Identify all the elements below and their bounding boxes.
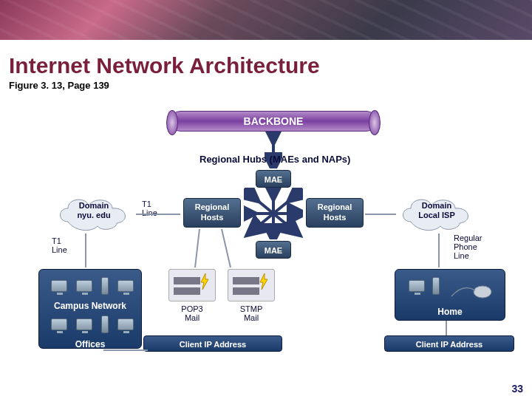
svg-point-11: [474, 286, 491, 298]
computer-icon: [76, 318, 92, 330]
regional-hosts-left-label: Regional Hosts: [195, 202, 229, 222]
computer-icon: [409, 280, 425, 292]
regional-hosts-right: Regional Hosts: [306, 198, 364, 228]
link-home-clientip: [443, 321, 449, 337]
tower-icon: [101, 277, 109, 295]
t1-line-campus-label: T1 Line: [52, 236, 67, 254]
link-cloud-campus: [83, 232, 89, 269]
backbone-node: BACKBONE: [170, 111, 377, 132]
link-cloud-rhosts-left: [134, 211, 183, 217]
decorative-banner: [0, 0, 532, 47]
regional-hosts-right-label: Regional Hosts: [318, 202, 352, 222]
regional-hubs-label: Regional Hubs (MAEs and NAPs): [200, 154, 350, 165]
page-number: 33: [511, 383, 523, 395]
lightning-icon: [200, 273, 210, 290]
cloud-domain-isp: Domain Local ISP: [396, 192, 477, 233]
computer-icon: [51, 318, 67, 330]
mouse-icon: [450, 280, 494, 299]
link-rhosts-right-cloud: [364, 211, 398, 217]
mae-bottom: MAE: [256, 241, 291, 259]
computer-icon: [51, 280, 67, 292]
home-box: Home: [395, 269, 505, 321]
computer-icon: [117, 280, 134, 292]
link-offices-clientip: [90, 349, 145, 352]
network-diagram: BACKBONE Regional Hubs (MAEs and NAPs) M…: [0, 89, 532, 384]
client-ip-right: Client IP Address: [384, 335, 514, 352]
lightning-icon: [259, 273, 269, 290]
slide-title: Internet Network Architecture: [9, 53, 523, 78]
svg-line-10: [222, 229, 231, 267]
pop3-label: POP3 Mail: [171, 304, 213, 322]
regional-hosts-left: Regional Hosts: [183, 198, 241, 228]
client-ip-left: Client IP Address: [143, 335, 282, 352]
link-cloud-home: [436, 232, 442, 269]
tower-icon: [101, 316, 109, 333]
mae-top: MAE: [256, 170, 291, 188]
regular-phone-line-label: Regular Phone Line: [454, 233, 482, 260]
campus-network-label: Campus Network: [39, 301, 141, 311]
cloud-domain-isp-label: Domain Local ISP: [396, 201, 477, 220]
computer-icon: [117, 318, 134, 330]
computer-icon: [76, 280, 92, 292]
offices-label: Offices: [39, 339, 141, 349]
smtp-label: STMP Mail: [231, 304, 272, 322]
tower-icon: [432, 277, 440, 295]
cloud-domain-nyu: Domain nyu. edu: [53, 192, 134, 233]
hub-cross-arrows: [244, 188, 303, 239]
svg-line-9: [195, 229, 200, 267]
cloud-domain-nyu-label: Domain nyu. edu: [53, 201, 134, 220]
campus-network-box: Campus Network Offices: [38, 269, 142, 349]
home-label: Home: [395, 307, 505, 317]
link-rhosts-servers: [192, 228, 236, 272]
